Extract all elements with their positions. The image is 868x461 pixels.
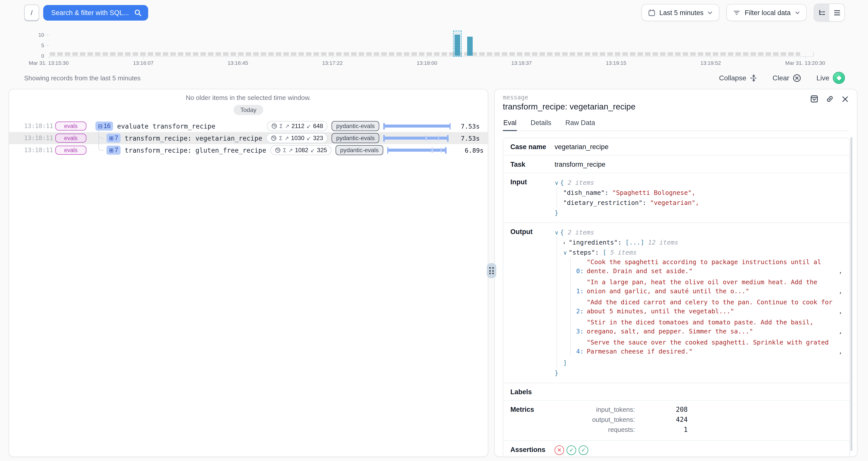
chevron-down-icon[interactable]: ∨ xyxy=(555,228,560,237)
evals-tag: evals xyxy=(55,122,86,130)
panel-resize-handle[interactable] xyxy=(487,263,496,278)
token-usage-pill: Σ ↗ 1082 ↙ 325 xyxy=(270,145,332,155)
link-icon[interactable] xyxy=(826,95,834,103)
trace-time: 13:18:11 xyxy=(24,134,51,142)
input-tokens-arrow-icon: ↗ xyxy=(284,135,289,141)
histogram-bar[interactable] xyxy=(467,37,473,56)
x-axis-tick-label: Mar 31. 13:20:30 xyxy=(785,60,825,66)
task-row: Task transform_recipe xyxy=(503,156,849,173)
metric-value: 208 xyxy=(635,406,688,413)
span-count-badge[interactable]: ⊞ 7 xyxy=(106,146,121,155)
labels-row: Labels xyxy=(503,383,849,401)
metric-item: requests:1 xyxy=(555,426,688,433)
token-coin-icon xyxy=(271,135,277,141)
assertion-pass-icon[interactable]: ✓ xyxy=(579,445,588,455)
span-name: evaluate transform_recipe xyxy=(117,122,215,130)
slash-shortcut-key[interactable]: / xyxy=(24,4,39,21)
y-axis-tick xyxy=(47,45,49,46)
tab-raw-data[interactable]: Raw Data xyxy=(565,119,596,130)
trace-row[interactable]: 13:18:11 evals ⊞ 7 transform_recipe: veg… xyxy=(9,132,488,144)
span-count-badge[interactable]: ⊟ 16 xyxy=(95,122,113,130)
json-comma: , xyxy=(839,286,842,295)
span-count: 16 xyxy=(103,123,111,129)
json-string-value: "Serve the sauce over the cooked spaghet… xyxy=(587,338,835,356)
assertion-fail-icon[interactable]: ✕ xyxy=(555,445,564,455)
trace-list-panel: No older items in the selected time wind… xyxy=(8,89,488,457)
collapse-box-icon: ⊟ xyxy=(98,123,102,129)
json-open-bracket: [ xyxy=(603,249,607,256)
labels-label: Labels xyxy=(510,388,555,396)
duration-bar xyxy=(383,134,451,142)
sum-icon: Σ xyxy=(279,135,282,141)
x-axis-tick-label: 13:19:52 xyxy=(701,60,721,66)
x-axis-tick-label: 13:16:07 xyxy=(133,60,154,66)
tree-view-toggle[interactable] xyxy=(814,4,829,21)
histogram-bar[interactable] xyxy=(455,35,460,56)
time-range-label: Last 5 minutes xyxy=(659,9,704,16)
calendar-icon xyxy=(648,9,655,16)
close-icon[interactable] xyxy=(841,95,849,103)
json-comma: , xyxy=(839,327,842,335)
json-string-value: "Stir in the diced tomatoes and tomato p… xyxy=(587,318,835,335)
x-axis-tick xyxy=(805,56,806,59)
chevron-right-icon[interactable]: › xyxy=(563,239,569,247)
collapse-button[interactable]: Collapse xyxy=(719,74,757,82)
detail-scrollbar-thumb[interactable] xyxy=(850,137,852,451)
x-axis-tick-label: 13:18:37 xyxy=(512,60,532,66)
output-row: Output ∨{ 2 items ›"ingredients": [...] … xyxy=(503,223,849,383)
clear-button[interactable]: Clear xyxy=(773,73,801,82)
time-range-dropdown[interactable]: Last 5 minutes xyxy=(641,4,719,21)
tab-eval[interactable]: Eval xyxy=(503,119,517,131)
json-array-index: 1: xyxy=(572,286,584,295)
trace-row[interactable]: 13:18:11 evals ⊞ 7 transform_recipe: glu… xyxy=(9,144,488,156)
chevron-down-icon[interactable]: ∨ xyxy=(555,179,560,188)
search-icon xyxy=(134,9,142,16)
json-open-brace: { xyxy=(560,228,564,236)
x-axis-tick xyxy=(333,56,333,59)
token-usage-pill: Σ ↗ 2112 ↙ 648 xyxy=(267,121,328,131)
filter-dropdown[interactable]: Filter local data xyxy=(726,4,807,21)
json-items-note: 5 items xyxy=(610,249,637,256)
metric-name: output_tokens: xyxy=(555,416,635,423)
assertion-pass-icon[interactable]: ✓ xyxy=(567,445,576,455)
input-row: Input ∨{ 2 items "dish_name": "Spaghetti… xyxy=(503,173,849,223)
json-open-brace: { xyxy=(560,179,564,186)
x-axis-tick-label: 13:19:15 xyxy=(606,60,626,66)
search-button[interactable]: Search & filter with SQL... xyxy=(43,5,148,20)
x-axis-tick xyxy=(522,56,522,59)
sum-icon: Σ xyxy=(283,147,286,153)
json-array-item: 4:"Serve the sauce over the cooked spagh… xyxy=(572,338,842,356)
tab-details[interactable]: Details xyxy=(530,119,552,130)
x-axis-tick-label: Mar 31. 13:15:30 xyxy=(29,60,69,66)
json-key: "steps": xyxy=(569,249,599,256)
today-pill[interactable]: Today xyxy=(234,105,263,115)
span-name: transform_recipe: gluten_free_recipe xyxy=(125,146,266,154)
tree-view-icon xyxy=(818,9,826,16)
trace-row[interactable]: 13:18:11 evals ⊟ 16 evaluate transform_r… xyxy=(9,120,488,132)
json-collapsed-array[interactable]: [...] xyxy=(625,239,644,246)
span-count-badge[interactable]: ⊞ 7 xyxy=(106,133,121,143)
input-tokens-arrow-icon: ↗ xyxy=(285,123,289,129)
metric-value: 424 xyxy=(635,416,688,423)
duration-text: 6.89s xyxy=(459,146,484,154)
trace-rows: 13:18:11 evals ⊟ 16 evaluate transform_r… xyxy=(9,120,488,156)
chevron-down-icon[interactable]: ∨ xyxy=(563,249,569,257)
json-key: "dietary_restriction": xyxy=(563,199,646,206)
live-indicator-icon xyxy=(833,72,845,84)
list-view-toggle[interactable] xyxy=(829,4,844,21)
dock-panel-icon[interactable] xyxy=(810,95,818,103)
duration-text: 7.53s xyxy=(455,134,480,142)
live-button[interactable]: Live xyxy=(816,72,845,84)
metrics-label: Metrics xyxy=(510,405,555,413)
eval-summary-card: Case name vegetarian_recipe Task transfo… xyxy=(503,137,850,457)
assertion-icons: ✕✓✓ xyxy=(555,445,588,455)
status-bar: Showing records from the last 5 minutes … xyxy=(0,72,868,84)
json-items-note: 2 items xyxy=(568,228,594,236)
metric-item: input_tokens:208 xyxy=(555,406,688,413)
json-close-brace: } xyxy=(555,209,558,216)
sum-icon: Σ xyxy=(279,123,283,129)
output-tokens-count: 323 xyxy=(313,134,323,142)
json-comma: , xyxy=(839,267,842,275)
json-items-note: 12 items xyxy=(648,239,678,246)
json-array-index: 4: xyxy=(572,347,584,356)
